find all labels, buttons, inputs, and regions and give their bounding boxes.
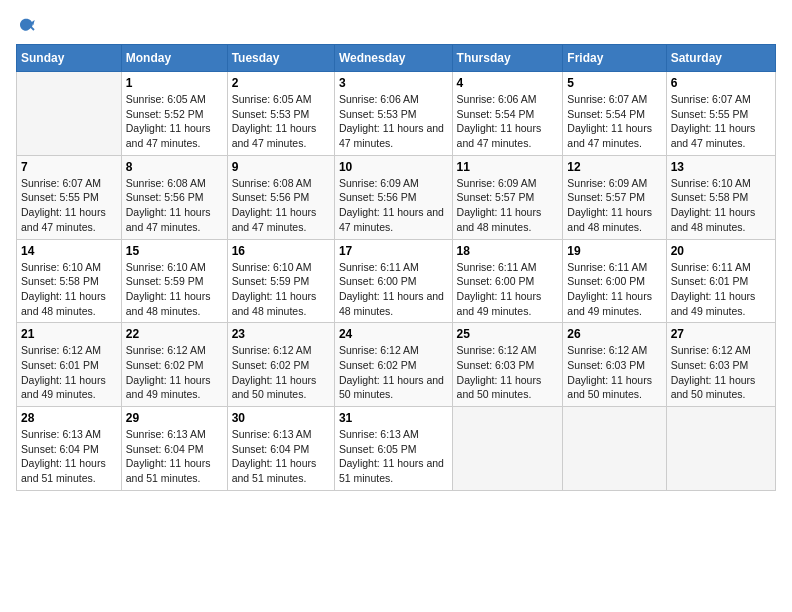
calendar-cell: 14Sunrise: 6:10 AMSunset: 5:58 PMDayligh… — [17, 239, 122, 323]
day-info: Sunrise: 6:06 AMSunset: 5:53 PMDaylight:… — [339, 92, 448, 151]
day-number: 30 — [232, 411, 330, 425]
weekday-header: Saturday — [666, 45, 775, 72]
calendar-cell — [563, 407, 666, 491]
calendar-week-row: 1Sunrise: 6:05 AMSunset: 5:52 PMDaylight… — [17, 72, 776, 156]
day-info: Sunrise: 6:05 AMSunset: 5:52 PMDaylight:… — [126, 92, 223, 151]
calendar-week-row: 7Sunrise: 6:07 AMSunset: 5:55 PMDaylight… — [17, 155, 776, 239]
day-info: Sunrise: 6:07 AMSunset: 5:55 PMDaylight:… — [21, 176, 117, 235]
day-number: 20 — [671, 244, 771, 258]
calendar-cell: 11Sunrise: 6:09 AMSunset: 5:57 PMDayligh… — [452, 155, 563, 239]
day-info: Sunrise: 6:11 AMSunset: 6:01 PMDaylight:… — [671, 260, 771, 319]
calendar-cell: 17Sunrise: 6:11 AMSunset: 6:00 PMDayligh… — [334, 239, 452, 323]
day-info: Sunrise: 6:09 AMSunset: 5:56 PMDaylight:… — [339, 176, 448, 235]
day-info: Sunrise: 6:13 AMSunset: 6:04 PMDaylight:… — [21, 427, 117, 486]
calendar-cell — [452, 407, 563, 491]
calendar-week-row: 21Sunrise: 6:12 AMSunset: 6:01 PMDayligh… — [17, 323, 776, 407]
day-number: 11 — [457, 160, 559, 174]
day-info: Sunrise: 6:12 AMSunset: 6:03 PMDaylight:… — [567, 343, 661, 402]
day-number: 12 — [567, 160, 661, 174]
day-number: 17 — [339, 244, 448, 258]
day-number: 13 — [671, 160, 771, 174]
calendar-cell: 23Sunrise: 6:12 AMSunset: 6:02 PMDayligh… — [227, 323, 334, 407]
calendar-cell: 19Sunrise: 6:11 AMSunset: 6:00 PMDayligh… — [563, 239, 666, 323]
calendar-cell: 18Sunrise: 6:11 AMSunset: 6:00 PMDayligh… — [452, 239, 563, 323]
day-number: 4 — [457, 76, 559, 90]
calendar-cell: 20Sunrise: 6:11 AMSunset: 6:01 PMDayligh… — [666, 239, 775, 323]
day-number: 16 — [232, 244, 330, 258]
calendar-cell: 21Sunrise: 6:12 AMSunset: 6:01 PMDayligh… — [17, 323, 122, 407]
header-row: SundayMondayTuesdayWednesdayThursdayFrid… — [17, 45, 776, 72]
calendar-cell: 31Sunrise: 6:13 AMSunset: 6:05 PMDayligh… — [334, 407, 452, 491]
day-info: Sunrise: 6:13 AMSunset: 6:05 PMDaylight:… — [339, 427, 448, 486]
day-info: Sunrise: 6:12 AMSunset: 6:01 PMDaylight:… — [21, 343, 117, 402]
weekday-header: Friday — [563, 45, 666, 72]
logo — [16, 16, 38, 36]
calendar-cell: 3Sunrise: 6:06 AMSunset: 5:53 PMDaylight… — [334, 72, 452, 156]
calendar-cell: 4Sunrise: 6:06 AMSunset: 5:54 PMDaylight… — [452, 72, 563, 156]
day-info: Sunrise: 6:10 AMSunset: 5:59 PMDaylight:… — [126, 260, 223, 319]
day-info: Sunrise: 6:11 AMSunset: 6:00 PMDaylight:… — [339, 260, 448, 319]
day-info: Sunrise: 6:08 AMSunset: 5:56 PMDaylight:… — [126, 176, 223, 235]
day-number: 19 — [567, 244, 661, 258]
day-number: 22 — [126, 327, 223, 341]
weekday-header: Monday — [121, 45, 227, 72]
calendar-cell: 7Sunrise: 6:07 AMSunset: 5:55 PMDaylight… — [17, 155, 122, 239]
day-info: Sunrise: 6:06 AMSunset: 5:54 PMDaylight:… — [457, 92, 559, 151]
calendar-cell: 28Sunrise: 6:13 AMSunset: 6:04 PMDayligh… — [17, 407, 122, 491]
calendar-cell: 29Sunrise: 6:13 AMSunset: 6:04 PMDayligh… — [121, 407, 227, 491]
calendar-cell: 1Sunrise: 6:05 AMSunset: 5:52 PMDaylight… — [121, 72, 227, 156]
day-info: Sunrise: 6:13 AMSunset: 6:04 PMDaylight:… — [126, 427, 223, 486]
day-info: Sunrise: 6:09 AMSunset: 5:57 PMDaylight:… — [567, 176, 661, 235]
calendar-cell — [666, 407, 775, 491]
calendar-cell: 2Sunrise: 6:05 AMSunset: 5:53 PMDaylight… — [227, 72, 334, 156]
calendar-cell: 10Sunrise: 6:09 AMSunset: 5:56 PMDayligh… — [334, 155, 452, 239]
day-info: Sunrise: 6:10 AMSunset: 5:58 PMDaylight:… — [21, 260, 117, 319]
day-info: Sunrise: 6:07 AMSunset: 5:55 PMDaylight:… — [671, 92, 771, 151]
header — [16, 16, 776, 36]
calendar-cell: 8Sunrise: 6:08 AMSunset: 5:56 PMDaylight… — [121, 155, 227, 239]
calendar-cell — [17, 72, 122, 156]
day-info: Sunrise: 6:11 AMSunset: 6:00 PMDaylight:… — [567, 260, 661, 319]
calendar-cell: 16Sunrise: 6:10 AMSunset: 5:59 PMDayligh… — [227, 239, 334, 323]
day-number: 31 — [339, 411, 448, 425]
day-info: Sunrise: 6:05 AMSunset: 5:53 PMDaylight:… — [232, 92, 330, 151]
day-info: Sunrise: 6:12 AMSunset: 6:02 PMDaylight:… — [339, 343, 448, 402]
day-info: Sunrise: 6:09 AMSunset: 5:57 PMDaylight:… — [457, 176, 559, 235]
weekday-header: Wednesday — [334, 45, 452, 72]
day-number: 28 — [21, 411, 117, 425]
calendar-week-row: 14Sunrise: 6:10 AMSunset: 5:58 PMDayligh… — [17, 239, 776, 323]
day-info: Sunrise: 6:12 AMSunset: 6:02 PMDaylight:… — [232, 343, 330, 402]
day-info: Sunrise: 6:10 AMSunset: 5:59 PMDaylight:… — [232, 260, 330, 319]
day-number: 24 — [339, 327, 448, 341]
calendar-table: SundayMondayTuesdayWednesdayThursdayFrid… — [16, 44, 776, 491]
day-info: Sunrise: 6:08 AMSunset: 5:56 PMDaylight:… — [232, 176, 330, 235]
day-info: Sunrise: 6:12 AMSunset: 6:03 PMDaylight:… — [671, 343, 771, 402]
day-number: 26 — [567, 327, 661, 341]
day-number: 7 — [21, 160, 117, 174]
day-info: Sunrise: 6:12 AMSunset: 6:02 PMDaylight:… — [126, 343, 223, 402]
day-number: 8 — [126, 160, 223, 174]
calendar-cell: 27Sunrise: 6:12 AMSunset: 6:03 PMDayligh… — [666, 323, 775, 407]
day-number: 10 — [339, 160, 448, 174]
day-info: Sunrise: 6:12 AMSunset: 6:03 PMDaylight:… — [457, 343, 559, 402]
day-number: 25 — [457, 327, 559, 341]
calendar-cell: 6Sunrise: 6:07 AMSunset: 5:55 PMDaylight… — [666, 72, 775, 156]
weekday-header: Thursday — [452, 45, 563, 72]
day-info: Sunrise: 6:07 AMSunset: 5:54 PMDaylight:… — [567, 92, 661, 151]
calendar-week-row: 28Sunrise: 6:13 AMSunset: 6:04 PMDayligh… — [17, 407, 776, 491]
day-info: Sunrise: 6:13 AMSunset: 6:04 PMDaylight:… — [232, 427, 330, 486]
day-number: 2 — [232, 76, 330, 90]
calendar-cell: 26Sunrise: 6:12 AMSunset: 6:03 PMDayligh… — [563, 323, 666, 407]
calendar-cell: 15Sunrise: 6:10 AMSunset: 5:59 PMDayligh… — [121, 239, 227, 323]
calendar-cell: 13Sunrise: 6:10 AMSunset: 5:58 PMDayligh… — [666, 155, 775, 239]
day-number: 9 — [232, 160, 330, 174]
calendar-cell: 24Sunrise: 6:12 AMSunset: 6:02 PMDayligh… — [334, 323, 452, 407]
day-info: Sunrise: 6:11 AMSunset: 6:00 PMDaylight:… — [457, 260, 559, 319]
calendar-body: 1Sunrise: 6:05 AMSunset: 5:52 PMDaylight… — [17, 72, 776, 491]
calendar-cell: 9Sunrise: 6:08 AMSunset: 5:56 PMDaylight… — [227, 155, 334, 239]
day-number: 29 — [126, 411, 223, 425]
logo-icon — [16, 16, 36, 36]
calendar-cell: 5Sunrise: 6:07 AMSunset: 5:54 PMDaylight… — [563, 72, 666, 156]
day-number: 27 — [671, 327, 771, 341]
day-number: 6 — [671, 76, 771, 90]
